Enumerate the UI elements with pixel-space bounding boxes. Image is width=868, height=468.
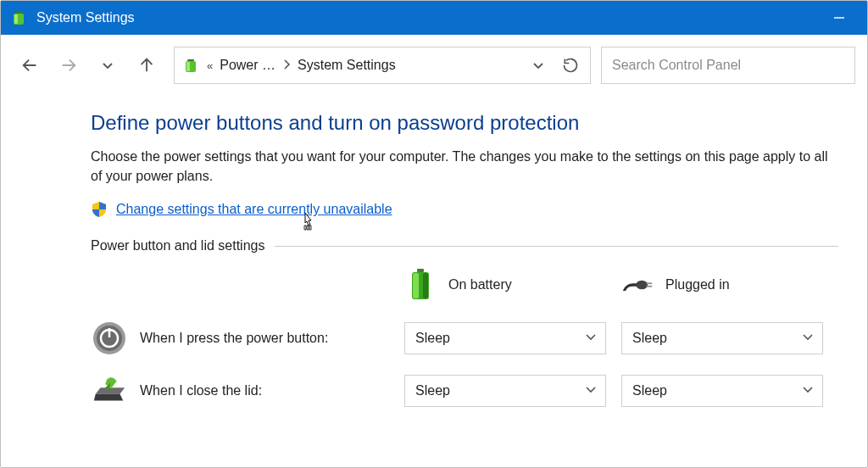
chevron-down-icon bbox=[585, 383, 597, 398]
svg-rect-15 bbox=[646, 283, 652, 285]
page-headline: Define power buttons and turn on passwor… bbox=[91, 111, 838, 135]
change-settings-row: Change settings that are currently unava… bbox=[91, 201, 838, 218]
recent-dropdown-button[interactable] bbox=[96, 52, 120, 79]
chevron-down-icon bbox=[802, 383, 814, 398]
power-button-plugged-select[interactable]: Sleep bbox=[621, 322, 823, 354]
back-button[interactable] bbox=[18, 52, 42, 79]
plugged-in-header: Plugged in bbox=[621, 269, 838, 301]
on-battery-label: On battery bbox=[448, 277, 512, 292]
breadcrumb-prefix-icon: « bbox=[207, 59, 213, 72]
select-value: Sleep bbox=[415, 383, 450, 398]
close-lid-battery-select[interactable]: Sleep bbox=[404, 375, 606, 407]
section-label: Power button and lid settings bbox=[91, 238, 264, 254]
chevron-right-icon bbox=[282, 59, 291, 72]
close-lid-row: When I close the lid: Sleep Sleep bbox=[91, 372, 838, 410]
power-button-label: When I press the power button: bbox=[140, 331, 404, 346]
search-placeholder: Search Control Panel bbox=[612, 58, 741, 73]
plugged-in-label: Plugged in bbox=[665, 277, 730, 292]
laptop-lid-icon bbox=[91, 372, 128, 410]
nav-buttons bbox=[13, 52, 164, 79]
select-value: Sleep bbox=[415, 331, 450, 346]
svg-rect-0 bbox=[15, 12, 22, 14]
cursor-pointer-icon bbox=[299, 211, 318, 236]
forward-button[interactable] bbox=[57, 52, 81, 79]
power-button-row: When I press the power button: Sleep Sle… bbox=[91, 320, 838, 357]
up-button[interactable] bbox=[135, 52, 159, 79]
svg-rect-9 bbox=[186, 62, 190, 71]
svg-point-14 bbox=[636, 281, 648, 289]
on-battery-header: On battery bbox=[404, 269, 621, 301]
main-content: Define power buttons and turn on passwor… bbox=[1, 91, 867, 410]
power-button-battery-select[interactable]: Sleep bbox=[404, 322, 606, 354]
battery-app-icon bbox=[9, 8, 28, 27]
chevron-down-icon bbox=[585, 331, 597, 346]
minimize-button[interactable] bbox=[820, 1, 859, 35]
svg-rect-13 bbox=[423, 273, 428, 298]
battery-breadcrumb-icon bbox=[181, 56, 200, 75]
close-lid-plugged-select[interactable]: Sleep bbox=[621, 375, 823, 407]
section-divider: Power button and lid settings bbox=[91, 238, 838, 254]
select-value: Sleep bbox=[632, 383, 667, 398]
svg-rect-10 bbox=[417, 269, 424, 272]
select-value: Sleep bbox=[632, 331, 667, 346]
address-dropdown-button[interactable] bbox=[526, 53, 551, 78]
battery-icon bbox=[404, 269, 437, 301]
refresh-button[interactable] bbox=[558, 53, 583, 78]
power-button-icon bbox=[91, 320, 128, 357]
divider-line bbox=[275, 246, 838, 247]
change-settings-link[interactable]: Change settings that are currently unava… bbox=[116, 202, 392, 217]
breadcrumb-current[interactable]: System Settings bbox=[298, 58, 396, 73]
svg-rect-7 bbox=[187, 59, 194, 61]
svg-rect-16 bbox=[646, 286, 652, 287]
breadcrumb-parent[interactable]: Power … bbox=[220, 58, 275, 73]
svg-rect-2 bbox=[14, 14, 18, 24]
uac-shield-icon bbox=[91, 201, 108, 218]
close-lid-label: When I close the lid: bbox=[140, 383, 404, 398]
svg-rect-12 bbox=[413, 273, 419, 298]
address-bar[interactable]: « Power … System Settings bbox=[174, 47, 591, 84]
window-title: System Settings bbox=[36, 10, 820, 25]
plug-icon bbox=[621, 269, 654, 301]
search-input[interactable]: Search Control Panel bbox=[601, 47, 855, 84]
column-headers: On battery Plugged in bbox=[91, 269, 838, 301]
chevron-down-icon bbox=[802, 331, 814, 346]
page-description: Choose the power settings that you want … bbox=[91, 147, 838, 186]
titlebar: System Settings bbox=[1, 1, 867, 35]
toolbar: « Power … System Settings Search Control… bbox=[1, 35, 867, 91]
